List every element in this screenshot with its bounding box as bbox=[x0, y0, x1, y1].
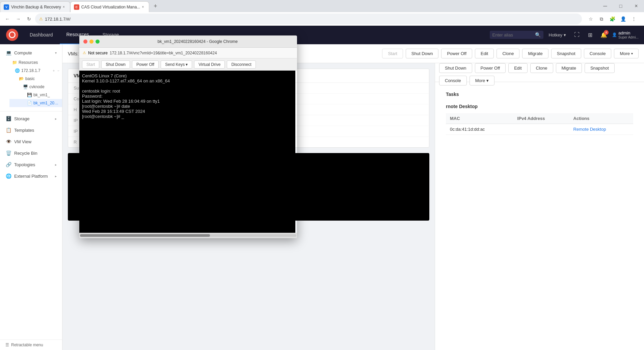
tab-close-vinchin[interactable]: × bbox=[61, 4, 66, 10]
grid-button[interactable]: ⊞ bbox=[585, 29, 596, 40]
vnc-titlebar: bk_vm1_20240228160424 - Google Chrome bbox=[79, 35, 297, 48]
sidebar-item-bkvm1[interactable]: 💾 bk_vm1_ bbox=[9, 91, 62, 99]
retractable-menu[interactable]: ☰ Retractable menu bbox=[0, 340, 62, 350]
extension-button[interactable]: 🧩 bbox=[608, 14, 617, 24]
shutdown-button[interactable]: Shut Down bbox=[406, 49, 439, 58]
rt-poweroff-button[interactable]: Power Off bbox=[475, 63, 506, 73]
new-tab-button[interactable]: + bbox=[151, 1, 160, 11]
remote-desktop-title: rnote Desktop bbox=[446, 104, 633, 109]
tab-cas[interactable]: C CAS Cloud Virtualization Mana... × bbox=[70, 1, 150, 12]
remote-desktop-table: MAC IPv4 Address Actions 0c:da:41:1d:dd:… bbox=[446, 113, 633, 135]
console-button[interactable]: Console bbox=[584, 49, 612, 58]
network-add[interactable]: + bbox=[53, 69, 55, 73]
window-maximize[interactable]: □ bbox=[613, 0, 628, 12]
snapshot-button[interactable]: Snapshot bbox=[551, 49, 581, 58]
vnc-sendkeys-button[interactable]: Send Keys ▾ bbox=[161, 60, 192, 69]
td-action[interactable]: Remote Desktop bbox=[569, 124, 633, 135]
vnc-virtualdrive-button[interactable]: Virtual Drive bbox=[194, 60, 225, 69]
right-panel: Shut Down Power Off Edit Clone Migrate S… bbox=[435, 63, 644, 350]
profile-button[interactable]: 👤 bbox=[618, 14, 628, 24]
rt-shutdown-button[interactable]: Shut Down bbox=[439, 63, 472, 73]
more-button-page[interactable]: More ▾ bbox=[614, 49, 639, 58]
split-button[interactable]: ⧉ bbox=[597, 14, 606, 24]
sidebar: 💻 Compute ▾ 📁 Resources 🌐 172.18.1.7 + − bbox=[0, 44, 62, 350]
clone-button[interactable]: Clone bbox=[497, 49, 519, 58]
vnc-start-button[interactable]: Start bbox=[82, 60, 99, 69]
sidebar-item-vm-recycle[interactable]: 🗑️ Recycle Bin bbox=[0, 147, 62, 159]
alias-input[interactable] bbox=[492, 32, 533, 38]
vnc-disconnect-button[interactable]: Disconnect bbox=[227, 60, 256, 69]
reload-button[interactable]: ↻ bbox=[24, 14, 34, 24]
security-icon: ⚠ bbox=[39, 17, 43, 21]
sidebar-item-external[interactable]: 🌐 External Platform ▸ bbox=[0, 170, 62, 182]
forward-button[interactable]: → bbox=[14, 14, 23, 24]
edit-button[interactable]: Edit bbox=[475, 49, 494, 58]
vnc-close-button[interactable] bbox=[83, 40, 87, 44]
start-button[interactable]: Start bbox=[382, 49, 403, 58]
rt-migrate-button[interactable]: Migrate bbox=[556, 63, 582, 73]
hotkey-button[interactable]: Hotkey ▾ bbox=[546, 31, 569, 39]
sidebar-item-cvknode[interactable]: 🖥️ cvknode bbox=[9, 83, 62, 91]
browser-actions: ☆ ⧉ 🧩 👤 ⋮ bbox=[583, 14, 641, 24]
tab-title-vinchin: Vinchin Backup & Recovery bbox=[11, 5, 61, 9]
sidebar-item-bkvm1-snapshot[interactable]: 📄 bk_vm1_20240228160... bbox=[9, 99, 62, 107]
sidebar-item-network[interactable]: 🌐 172.18.1.7 + − bbox=[9, 67, 62, 75]
compute-icon: 💻 bbox=[5, 50, 11, 56]
resources-label: Resources bbox=[19, 60, 59, 65]
sidebar-item-storage[interactable]: 🗄️ Storage ▸ bbox=[0, 113, 62, 124]
vnc-shutdown-button[interactable]: Shut Down bbox=[101, 60, 130, 69]
network-label: 172.18.1.7 bbox=[21, 68, 51, 73]
vm-recycle-label: Recycle Bin bbox=[14, 151, 57, 156]
vm-recycle-icon: 🗑️ bbox=[5, 150, 11, 156]
more-arrow: ▾ bbox=[631, 52, 633, 55]
tasks-title: Tasks bbox=[446, 92, 633, 97]
vnc-scrollbar-thumb[interactable] bbox=[80, 234, 210, 237]
address-bar[interactable]: ⚠ 172.18.1.7/#/ bbox=[35, 14, 582, 24]
tab-close-cas[interactable]: × bbox=[140, 4, 145, 10]
td-mac: 0c:da:41:1d:dd:ac bbox=[446, 124, 513, 135]
nav-dashboard[interactable]: Dashboard bbox=[23, 25, 60, 44]
bell-button[interactable]: 🔔 4 bbox=[598, 29, 609, 40]
compute-label: Compute bbox=[14, 50, 52, 55]
vm1-label: bk_vm1_ bbox=[33, 93, 59, 97]
vnc-poweroff-button[interactable]: Power Off bbox=[132, 60, 159, 69]
rt-clone-button[interactable]: Clone bbox=[530, 63, 553, 73]
address-text: 172.18.1.7/#/ bbox=[45, 17, 71, 22]
network-more[interactable]: − bbox=[57, 69, 59, 73]
admin-name: admin bbox=[618, 30, 639, 35]
vnc-console[interactable]: CentOS Linux 7 (Core) Kernel 3.10.0-1127… bbox=[79, 71, 295, 233]
poweroff-button[interactable]: Power Off bbox=[441, 49, 472, 58]
resources-icon: 📁 bbox=[12, 60, 17, 65]
sidebar-item-basic[interactable]: 📂 basic bbox=[9, 75, 62, 83]
bookmark-button[interactable]: ☆ bbox=[586, 14, 595, 24]
tab-vinchin[interactable]: V Vinchin Backup & Recovery × bbox=[0, 1, 70, 12]
vnc-scrollbar[interactable] bbox=[79, 233, 297, 238]
sidebar-item-resources[interactable]: 📁 Resources bbox=[9, 58, 62, 67]
fullscreen-button[interactable]: ⛶ bbox=[571, 29, 582, 40]
rt-edit-button[interactable]: Edit bbox=[508, 63, 527, 73]
right-toolbar: Shut Down Power Off Edit Clone Migrate S… bbox=[435, 63, 644, 82]
back-button[interactable]: ← bbox=[3, 14, 12, 24]
sidebar-item-compute[interactable]: 💻 Compute ▾ bbox=[0, 47, 62, 58]
tab-title-cas: CAS Cloud Virtualization Mana... bbox=[81, 5, 140, 9]
window-close[interactable]: × bbox=[628, 0, 644, 12]
hotkey-arrow: ▾ bbox=[564, 32, 566, 38]
migrate-button[interactable]: Migrate bbox=[522, 49, 548, 58]
vnc-window-controls bbox=[83, 40, 100, 44]
sidebar-item-vm-templates[interactable]: 📋 Templates bbox=[0, 124, 62, 136]
vm1-snap-icon: 📄 bbox=[27, 101, 32, 105]
more-button[interactable]: ⋮ bbox=[629, 14, 639, 24]
admin-info[interactable]: 👤 admin Super Admi... bbox=[612, 30, 639, 39]
vnc-minimize-button[interactable] bbox=[89, 40, 93, 44]
vnc-line-8: Wed Feb 28 16:13:49 CST 2024 bbox=[82, 109, 293, 114]
vnc-maximize-button[interactable] bbox=[96, 40, 100, 44]
vnc-overlay: bk_vm1_20240228160424 - Google Chrome ⚠ … bbox=[79, 35, 297, 238]
window-minimize[interactable]: ─ bbox=[597, 0, 613, 12]
vm-templates-icon: 📋 bbox=[5, 127, 11, 133]
vnc-line-1: CentOS Linux 7 (Core) bbox=[82, 73, 293, 78]
sidebar-item-topologies[interactable]: 🔗 Topologies ▸ bbox=[0, 159, 62, 170]
alias-search-icon[interactable]: 🔍 bbox=[535, 32, 541, 38]
cvknode-icon: 🖥️ bbox=[23, 84, 28, 89]
sidebar-item-vm-view[interactable]: 👁️ VM View bbox=[0, 136, 62, 147]
rt-snapshot-button[interactable]: Snapshot bbox=[585, 63, 615, 73]
